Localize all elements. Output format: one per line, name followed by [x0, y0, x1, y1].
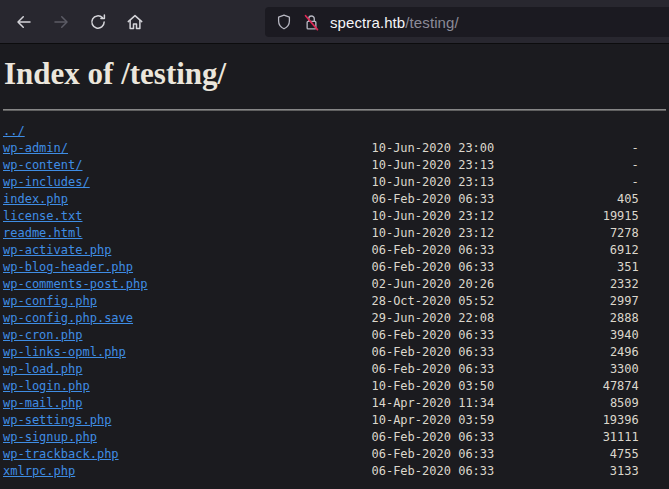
forward-button — [45, 6, 77, 38]
url-bar[interactable]: spectra.htb/testing/ — [265, 7, 669, 37]
file-link[interactable]: wp-comments-post.php — [3, 277, 148, 291]
directory-listing: ../ wp-admin/ 10-Jun-2020 23:00 - wp-con… — [0, 123, 669, 480]
file-link[interactable]: wp-load.php — [3, 362, 82, 376]
file-link[interactable]: license.txt — [3, 209, 82, 223]
url-host: spectra.htb — [330, 14, 405, 31]
forward-icon — [52, 13, 70, 31]
home-button[interactable] — [119, 6, 151, 38]
file-link[interactable]: wp-config.php — [3, 294, 97, 308]
file-link[interactable]: ../ — [3, 124, 25, 138]
file-link[interactable]: wp-config.php.save — [3, 311, 133, 325]
file-link[interactable]: xmlrpc.php — [3, 464, 75, 478]
page-content: Index of /testing/ ../ wp-admin/ 10-Jun-… — [0, 44, 669, 489]
file-link[interactable]: index.php — [3, 192, 68, 206]
file-link[interactable]: wp-cron.php — [3, 328, 82, 342]
page-title: Index of /testing/ — [0, 44, 669, 95]
file-link[interactable]: wp-login.php — [3, 379, 90, 393]
home-icon — [126, 13, 144, 31]
back-icon — [15, 13, 33, 31]
file-link[interactable]: wp-mail.php — [3, 396, 82, 410]
file-link[interactable]: wp-activate.php — [3, 243, 111, 257]
reload-button[interactable] — [82, 6, 114, 38]
file-link[interactable]: wp-trackback.php — [3, 447, 119, 461]
insecure-lock-icon[interactable] — [302, 13, 321, 32]
file-link[interactable]: readme.html — [3, 226, 82, 240]
shield-icon[interactable] — [275, 13, 293, 31]
back-button[interactable] — [8, 6, 40, 38]
url-path: /testing/ — [405, 14, 458, 31]
file-link[interactable]: wp-includes/ — [3, 175, 90, 189]
file-link[interactable]: wp-admin/ — [3, 141, 68, 155]
file-link[interactable]: wp-settings.php — [3, 413, 111, 427]
file-link[interactable]: wp-blog-header.php — [3, 260, 133, 274]
browser-toolbar: spectra.htb/testing/ — [0, 0, 669, 44]
url-text: spectra.htb/testing/ — [330, 14, 459, 31]
reload-icon — [89, 13, 107, 31]
file-link[interactable]: wp-links-opml.php — [3, 345, 126, 359]
divider — [3, 109, 666, 111]
file-link[interactable]: wp-signup.php — [3, 430, 97, 444]
file-link[interactable]: wp-content/ — [3, 158, 82, 172]
